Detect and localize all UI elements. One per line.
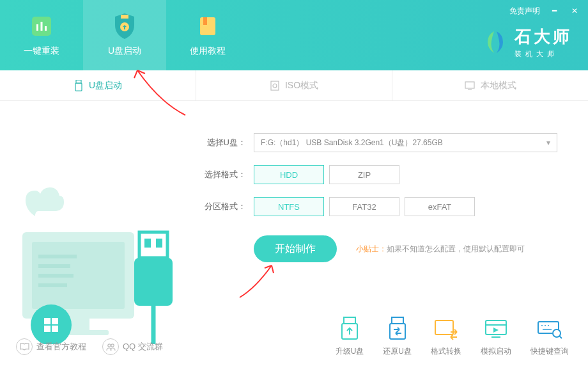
logo-title: 石大师 xyxy=(514,26,572,48)
format-label: 选择格式： xyxy=(198,169,246,180)
subnav-local[interactable]: 本地模式 xyxy=(392,70,588,100)
minimize-button[interactable]: ━ xyxy=(550,5,559,17)
disk-value: F:G:（hd1） USB SanDisk 3.2Gen1（U盘）27.65GB xyxy=(261,138,443,148)
shield-icon xyxy=(112,13,137,39)
svg-rect-24 xyxy=(52,318,58,324)
disk-label: 选择U盘： xyxy=(198,137,246,148)
reinstall-icon xyxy=(29,13,54,39)
disk-select[interactable]: F:G:（hd1） USB SanDisk 3.2Gen1（U盘）27.65GB… xyxy=(254,133,557,152)
close-button[interactable]: ✕ xyxy=(569,5,580,17)
row-disk: 选择U盘： F:G:（hd1） USB SanDisk 3.2Gen1（U盘）2… xyxy=(198,133,562,152)
monitor-icon xyxy=(464,81,476,91)
tool-label: 模拟启动 xyxy=(481,346,511,357)
svg-rect-10 xyxy=(271,81,279,90)
book-open-icon xyxy=(16,338,33,355)
row-partition: 分区格式： NTFS FAT32 exFAT xyxy=(198,197,562,216)
svg-point-47 xyxy=(107,343,110,346)
svg-rect-26 xyxy=(52,326,58,332)
svg-rect-28 xyxy=(139,232,167,258)
app-header: 一键重装 U盘启动 使用教程 免责声明 ━ ✕ 石大师 装机大师 xyxy=(0,0,588,70)
svg-point-11 xyxy=(273,84,277,88)
tip-label: 小贴士： xyxy=(356,244,387,253)
tip-text: 小贴士：如果不知道怎么配置，使用默认配置即可 xyxy=(356,244,525,255)
svg-rect-3 xyxy=(45,26,47,31)
link-label: 查看官方教程 xyxy=(36,341,86,352)
svg-rect-25 xyxy=(44,326,50,332)
tool-label: 格式转换 xyxy=(431,346,461,357)
partition-ntfs[interactable]: NTFS xyxy=(254,197,324,216)
tool-label: 升级U盘 xyxy=(336,346,364,357)
tip-body: 如果不知道怎么配置，使用默认配置即可 xyxy=(387,244,525,253)
svg-rect-1 xyxy=(36,24,38,31)
svg-rect-30 xyxy=(156,239,162,248)
svg-point-48 xyxy=(111,343,113,346)
partition-exfat[interactable]: exFAT xyxy=(405,197,475,216)
format-zip[interactable]: ZIP xyxy=(329,165,399,184)
footer-tools: 升级U盘 还原U盘 格式转换 模拟启动 快捷键查询 xyxy=(336,315,569,357)
svg-rect-32 xyxy=(344,317,355,324)
svg-rect-7 xyxy=(203,17,207,25)
svg-rect-18 xyxy=(38,274,74,278)
people-icon xyxy=(102,338,119,355)
nav-label: 使用教程 xyxy=(190,45,226,57)
svg-rect-27 xyxy=(134,258,173,306)
restore-usb-icon xyxy=(384,315,411,342)
link-label: QQ 交流群 xyxy=(123,341,163,352)
row-start: 开始制作 小贴士：如果不知道怎么配置，使用默认配置即可 xyxy=(198,235,562,262)
usb-illustration xyxy=(0,101,192,371)
svg-rect-16 xyxy=(38,255,77,258)
subnav-label: 本地模式 xyxy=(481,80,516,91)
partition-fat32[interactable]: FAT32 xyxy=(329,197,399,216)
svg-rect-37 xyxy=(486,320,506,335)
tool-convert[interactable]: 格式转换 xyxy=(431,315,461,357)
nav-tutorial[interactable]: 使用教程 xyxy=(166,0,249,70)
tool-shortcuts[interactable]: 快捷键查询 xyxy=(530,315,569,357)
svg-rect-6 xyxy=(200,17,215,35)
svg-rect-23 xyxy=(44,318,50,324)
svg-rect-2 xyxy=(41,22,43,31)
nav-reinstall[interactable]: 一键重装 xyxy=(0,0,83,70)
tool-label: 还原U盘 xyxy=(383,346,412,357)
official-tutorial-link[interactable]: 查看官方教程 xyxy=(16,338,86,355)
start-button[interactable]: 开始制作 xyxy=(254,235,337,262)
svg-rect-12 xyxy=(465,82,474,88)
svg-rect-17 xyxy=(38,264,70,268)
svg-rect-19 xyxy=(38,283,67,287)
svg-rect-8 xyxy=(76,80,81,83)
svg-rect-29 xyxy=(144,239,151,248)
chevron-down-icon: ▾ xyxy=(546,138,550,147)
tool-upgrade[interactable]: 升级U盘 xyxy=(336,315,364,357)
nav-usb-boot[interactable]: U盘启动 xyxy=(83,0,166,70)
logo-icon xyxy=(483,29,508,55)
svg-line-46 xyxy=(559,336,562,338)
subnav-usb-boot[interactable]: U盘启动 xyxy=(0,70,196,100)
window-controls: 免责声明 ━ ✕ xyxy=(509,5,580,17)
nav-label: 一键重装 xyxy=(24,45,59,57)
bottom-left-links: 查看官方教程 QQ 交流群 xyxy=(16,338,163,355)
qq-group-link[interactable]: QQ 交流群 xyxy=(102,338,163,355)
sub-navigation: U盘启动 ISO模式 本地模式 xyxy=(0,70,588,101)
subnav-iso[interactable]: ISO模式 xyxy=(196,70,392,100)
disclaimer-link[interactable]: 免责声明 xyxy=(509,6,540,17)
svg-rect-36 xyxy=(435,320,453,335)
svg-rect-4 xyxy=(121,15,128,19)
convert-icon xyxy=(433,315,460,342)
upgrade-usb-icon xyxy=(336,315,363,342)
row-format: 选择格式： HDD ZIP xyxy=(198,165,562,184)
svg-rect-9 xyxy=(75,83,82,91)
subnav-label: ISO模式 xyxy=(285,80,318,91)
book-icon xyxy=(195,13,220,39)
tool-label: 快捷键查询 xyxy=(530,346,569,357)
iso-icon xyxy=(270,80,280,91)
nav-label: U盘启动 xyxy=(108,45,141,57)
app-logo: 石大师 装机大师 xyxy=(483,26,572,59)
logo-subtitle: 装机大师 xyxy=(514,49,572,59)
simulate-icon xyxy=(483,315,509,342)
tool-restore[interactable]: 还原U盘 xyxy=(383,315,412,357)
partition-label: 分区格式： xyxy=(198,201,246,212)
usb-icon xyxy=(74,80,84,91)
tool-simulate[interactable]: 模拟启动 xyxy=(481,315,511,357)
keyboard-search-icon xyxy=(536,315,563,342)
svg-rect-34 xyxy=(392,317,403,324)
format-hdd[interactable]: HDD xyxy=(254,165,324,184)
